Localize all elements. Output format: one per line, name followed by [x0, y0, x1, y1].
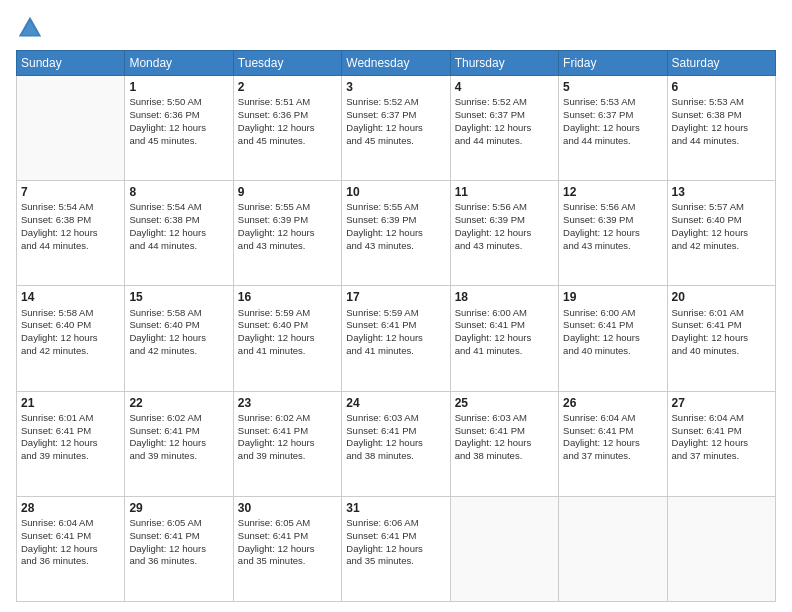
calendar-cell: 12Sunrise: 5:56 AMSunset: 6:39 PMDayligh… [559, 181, 667, 286]
day-number: 26 [563, 395, 662, 411]
day-info-line: Daylight: 12 hours [455, 122, 554, 135]
day-info-line: Sunrise: 6:04 AM [672, 412, 771, 425]
day-number: 18 [455, 289, 554, 305]
day-info-line: and 38 minutes. [455, 450, 554, 463]
calendar-cell: 1Sunrise: 5:50 AMSunset: 6:36 PMDaylight… [125, 76, 233, 181]
day-number: 4 [455, 79, 554, 95]
day-number: 20 [672, 289, 771, 305]
day-number: 7 [21, 184, 120, 200]
day-number: 6 [672, 79, 771, 95]
calendar-cell: 15Sunrise: 5:58 AMSunset: 6:40 PMDayligh… [125, 286, 233, 391]
day-info-line: Sunset: 6:41 PM [129, 425, 228, 438]
calendar-cell: 8Sunrise: 5:54 AMSunset: 6:38 PMDaylight… [125, 181, 233, 286]
day-info-line: Sunset: 6:41 PM [129, 530, 228, 543]
day-info-line: Sunset: 6:37 PM [346, 109, 445, 122]
day-info-line: Sunset: 6:41 PM [672, 319, 771, 332]
day-info-line: Sunrise: 6:02 AM [238, 412, 337, 425]
calendar-cell: 10Sunrise: 5:55 AMSunset: 6:39 PMDayligh… [342, 181, 450, 286]
day-info-line: Sunrise: 5:52 AM [455, 96, 554, 109]
day-info-line: Sunset: 6:40 PM [238, 319, 337, 332]
day-info-line: Sunrise: 5:56 AM [455, 201, 554, 214]
day-info-line: and 35 minutes. [238, 555, 337, 568]
calendar-cell: 7Sunrise: 5:54 AMSunset: 6:38 PMDaylight… [17, 181, 125, 286]
calendar-cell: 30Sunrise: 6:05 AMSunset: 6:41 PMDayligh… [233, 496, 341, 601]
day-info-line: Sunrise: 6:04 AM [21, 517, 120, 530]
day-info-line: and 43 minutes. [238, 240, 337, 253]
day-info-line: and 40 minutes. [563, 345, 662, 358]
day-info-line: and 45 minutes. [346, 135, 445, 148]
day-info-line: Sunrise: 5:54 AM [129, 201, 228, 214]
day-info-line: Sunset: 6:36 PM [129, 109, 228, 122]
day-info-line: Daylight: 12 hours [238, 332, 337, 345]
day-info-line: Daylight: 12 hours [238, 122, 337, 135]
calendar-cell: 26Sunrise: 6:04 AMSunset: 6:41 PMDayligh… [559, 391, 667, 496]
day-number: 8 [129, 184, 228, 200]
calendar-cell: 6Sunrise: 5:53 AMSunset: 6:38 PMDaylight… [667, 76, 775, 181]
calendar-cell: 28Sunrise: 6:04 AMSunset: 6:41 PMDayligh… [17, 496, 125, 601]
calendar-cell [450, 496, 558, 601]
day-info-line: Sunrise: 6:00 AM [563, 307, 662, 320]
calendar-cell: 29Sunrise: 6:05 AMSunset: 6:41 PMDayligh… [125, 496, 233, 601]
day-number: 10 [346, 184, 445, 200]
day-number: 2 [238, 79, 337, 95]
header [16, 14, 776, 42]
day-info-line: Daylight: 12 hours [455, 437, 554, 450]
day-info-line: and 37 minutes. [672, 450, 771, 463]
day-info-line: Sunset: 6:41 PM [21, 530, 120, 543]
day-info-line: Daylight: 12 hours [346, 437, 445, 450]
day-info-line: Daylight: 12 hours [346, 543, 445, 556]
day-info-line: Daylight: 12 hours [346, 332, 445, 345]
day-number: 1 [129, 79, 228, 95]
day-info-line: Sunset: 6:41 PM [563, 425, 662, 438]
day-number: 31 [346, 500, 445, 516]
day-info-line: Daylight: 12 hours [21, 437, 120, 450]
day-info-line: Sunrise: 6:04 AM [563, 412, 662, 425]
day-number: 17 [346, 289, 445, 305]
day-info-line: and 43 minutes. [346, 240, 445, 253]
day-info-line: Sunset: 6:39 PM [455, 214, 554, 227]
day-info-line: Sunrise: 5:55 AM [238, 201, 337, 214]
day-info-line: and 39 minutes. [21, 450, 120, 463]
day-info-line: Daylight: 12 hours [21, 543, 120, 556]
day-info-line: Sunrise: 5:59 AM [346, 307, 445, 320]
day-number: 23 [238, 395, 337, 411]
day-info-line: Sunset: 6:36 PM [238, 109, 337, 122]
day-info-line: Daylight: 12 hours [129, 543, 228, 556]
calendar-cell: 23Sunrise: 6:02 AMSunset: 6:41 PMDayligh… [233, 391, 341, 496]
calendar-cell: 27Sunrise: 6:04 AMSunset: 6:41 PMDayligh… [667, 391, 775, 496]
day-info-line: Daylight: 12 hours [672, 332, 771, 345]
day-info-line: Daylight: 12 hours [238, 227, 337, 240]
day-info-line: Sunset: 6:41 PM [455, 319, 554, 332]
day-number: 19 [563, 289, 662, 305]
day-info-line: Daylight: 12 hours [129, 437, 228, 450]
page: SundayMondayTuesdayWednesdayThursdayFrid… [0, 0, 792, 612]
day-number: 12 [563, 184, 662, 200]
weekday-header-row: SundayMondayTuesdayWednesdayThursdayFrid… [17, 51, 776, 76]
calendar-cell: 18Sunrise: 6:00 AMSunset: 6:41 PMDayligh… [450, 286, 558, 391]
day-info-line: and 44 minutes. [129, 240, 228, 253]
day-info-line: Sunrise: 6:05 AM [129, 517, 228, 530]
day-info-line: Sunrise: 6:03 AM [455, 412, 554, 425]
day-info-line: Sunrise: 6:01 AM [672, 307, 771, 320]
day-info-line: Sunrise: 6:02 AM [129, 412, 228, 425]
day-info-line: Daylight: 12 hours [346, 122, 445, 135]
week-row-5: 28Sunrise: 6:04 AMSunset: 6:41 PMDayligh… [17, 496, 776, 601]
day-info-line: and 39 minutes. [238, 450, 337, 463]
day-info-line: and 41 minutes. [455, 345, 554, 358]
day-info-line: Sunset: 6:38 PM [672, 109, 771, 122]
day-info-line: and 41 minutes. [238, 345, 337, 358]
day-info-line: and 44 minutes. [21, 240, 120, 253]
calendar-cell: 24Sunrise: 6:03 AMSunset: 6:41 PMDayligh… [342, 391, 450, 496]
calendar-cell: 13Sunrise: 5:57 AMSunset: 6:40 PMDayligh… [667, 181, 775, 286]
calendar-cell: 25Sunrise: 6:03 AMSunset: 6:41 PMDayligh… [450, 391, 558, 496]
day-info-line: Daylight: 12 hours [21, 227, 120, 240]
weekday-friday: Friday [559, 51, 667, 76]
weekday-tuesday: Tuesday [233, 51, 341, 76]
day-info-line: and 38 minutes. [346, 450, 445, 463]
day-number: 15 [129, 289, 228, 305]
day-info-line: Daylight: 12 hours [672, 122, 771, 135]
calendar-cell: 19Sunrise: 6:00 AMSunset: 6:41 PMDayligh… [559, 286, 667, 391]
day-info-line: and 36 minutes. [129, 555, 228, 568]
day-info-line: Sunrise: 5:56 AM [563, 201, 662, 214]
weekday-thursday: Thursday [450, 51, 558, 76]
